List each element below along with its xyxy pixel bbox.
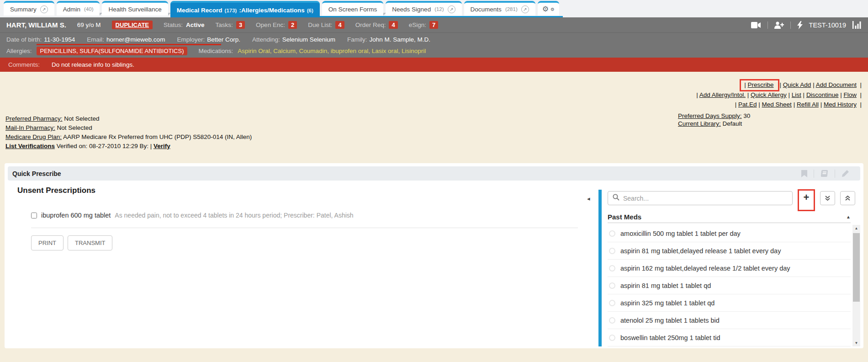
- due-list-stat: Due List: 4: [308, 21, 344, 29]
- flow-link[interactable]: Flow: [843, 91, 857, 98]
- med-search-box: [608, 191, 793, 205]
- print-button[interactable]: PRINT: [31, 235, 64, 250]
- actions-row-3: Pat.Ed Med Sheet Refill All Med History: [678, 100, 862, 109]
- actions-row-2: Add Allergy/Intol. Quick Allergy List Di…: [678, 90, 862, 100]
- current-library-link[interactable]: Current Library: [678, 120, 721, 127]
- tab-label: Needs Signed: [392, 6, 431, 13]
- annotation-highlight-plus: +: [798, 189, 815, 211]
- bookmark-icon[interactable]: [795, 170, 814, 178]
- esign-count-badge[interactable]: 7: [429, 21, 438, 29]
- duplicate-flag[interactable]: DUPLICATE: [112, 21, 153, 29]
- list-verifications-link[interactable]: List Verifications: [5, 143, 55, 149]
- collapse-panel-arrow-icon[interactable]: ◂: [585, 193, 593, 204]
- external-link-icon[interactable]: ↗: [448, 5, 455, 13]
- past-meds-section-header[interactable]: Past Meds ▲: [608, 211, 851, 223]
- medication-link[interactable]: ibuprofen oral: [331, 48, 372, 54]
- preferred-pharmacy-line: Preferred Pharmacy Not Selected: [5, 115, 252, 122]
- open-enc-count-badge[interactable]: 2: [288, 21, 297, 29]
- rx-checkbox[interactable]: [31, 213, 37, 218]
- medicare-drug-plan-link[interactable]: Medicare Drug Plan: [5, 133, 62, 140]
- refill-all-link[interactable]: Refill All: [797, 101, 819, 108]
- add-person-icon[interactable]: [774, 21, 784, 29]
- pat-ed-link[interactable]: Pat.Ed: [738, 101, 757, 108]
- add-document-link[interactable]: Add Document: [816, 81, 857, 88]
- med-search-input[interactable]: [623, 195, 788, 202]
- tab-health-surveillance[interactable]: Health Surveillance: [102, 1, 168, 16]
- search-icon: [613, 194, 619, 202]
- patient-header-band: HART, WILLIAM S. 69 y/o M DUPLICATE Stat…: [0, 17, 868, 58]
- list-link[interactable]: List: [792, 91, 801, 98]
- radio-circle-icon[interactable]: [609, 248, 615, 254]
- radio-circle-icon[interactable]: [609, 230, 615, 237]
- medication-link[interactable]: Coumadin: [299, 48, 331, 54]
- radio-circle-icon[interactable]: [609, 317, 615, 324]
- tab-documents[interactable]: Documents (281) ↗: [464, 1, 535, 16]
- radio-circle-icon[interactable]: [609, 335, 615, 341]
- employer-label: Employer:: [177, 36, 205, 43]
- medication-link[interactable]: Calcium: [273, 48, 299, 54]
- tab-admin[interactable]: Admin (40): [57, 1, 100, 16]
- list-item[interactable]: aspirin 325 mg tablet 1 tablet qd: [608, 294, 851, 312]
- prescribe-link[interactable]: Prescribe: [748, 81, 774, 88]
- scrollbar-thumb[interactable]: [853, 233, 860, 302]
- collapse-section-icon[interactable]: ▲: [846, 214, 851, 219]
- med-sheet-link[interactable]: Med Sheet: [762, 101, 792, 108]
- video-camera-icon[interactable]: [751, 22, 761, 28]
- order-req-count-badge[interactable]: 4: [389, 21, 397, 29]
- external-link-icon[interactable]: ↗: [40, 5, 48, 13]
- list-item[interactable]: aspirin 162 mg tablet,delayed release 1/…: [608, 260, 851, 277]
- preferred-pharmacy-link[interactable]: Preferred Pharmacy: [5, 115, 63, 122]
- list-item[interactable]: aspirin 81 mg tablet,delayed release 1 t…: [608, 242, 851, 260]
- verify-link[interactable]: Verify: [153, 143, 170, 149]
- medication-link[interactable]: Aspirin Oral: [238, 48, 273, 54]
- pencil-icon[interactable]: [835, 170, 856, 178]
- quick-allergy-link[interactable]: Quick Allergy: [751, 91, 787, 98]
- preferred-pharmacy-value: Not Selected: [63, 115, 100, 122]
- list-item[interactable]: atenolol 25 mg tablet 1 tablets bid: [608, 312, 851, 329]
- tab-medical-record[interactable]: Medical Record (173) :Allergies/Medicati…: [170, 1, 320, 17]
- discontinue-link[interactable]: Discontinue: [806, 91, 839, 98]
- list-scrollbar[interactable]: ▲ ▼: [852, 225, 860, 346]
- unsent-rx-row: ibuprofen 600 mg tablet As needed pain, …: [31, 212, 577, 219]
- scroll-up-icon[interactable]: ▲: [852, 225, 860, 232]
- allergy-badge[interactable]: PENICILLINS, SULFA(SULFONAMIDE ANTIBIOTI…: [37, 47, 188, 55]
- list-item[interactable]: aspirin 81 mg tablet 1 tablet qd: [608, 277, 851, 294]
- mail-in-pharmacy-link[interactable]: Mail-In Pharmacy: [5, 124, 55, 131]
- preferred-days-supply-link[interactable]: Preferred Days Supply: [678, 112, 742, 119]
- list-item[interactable]: boswellin tablet 250mg 1 tablet tid: [608, 329, 851, 346]
- tab-summary[interactable]: Summary ↗: [4, 1, 54, 16]
- esign-stat: eSign: 7: [409, 21, 439, 29]
- quick-add-link[interactable]: Quick Add: [783, 81, 811, 88]
- scroll-down-icon[interactable]: ▼: [852, 340, 860, 346]
- lightning-bolt-icon[interactable]: [797, 21, 803, 29]
- book-icon[interactable]: [814, 170, 835, 178]
- past-meds-title: Past Meds: [608, 213, 641, 221]
- tab-settings[interactable]: ⚙⚙: [538, 1, 559, 16]
- radio-circle-icon[interactable]: [609, 282, 615, 289]
- medication-link[interactable]: Lisinopril: [402, 48, 426, 54]
- esign-label: eSign:: [409, 21, 426, 28]
- radio-circle-icon[interactable]: [609, 265, 615, 272]
- list-item[interactable]: amoxicillin 500 mg tablet 1 tablet per d…: [608, 225, 851, 242]
- tab-needs-signed[interactable]: Needs Signed (12) ↗: [386, 1, 461, 16]
- tab-on-screen-forms[interactable]: On Screen Forms: [322, 1, 384, 16]
- rx-buttons: PRINT TRANSMIT: [31, 235, 112, 250]
- medication-links: Aspirin Oral Calcium Coumadin ibuprofen …: [238, 48, 426, 54]
- preferred-days-supply: Preferred Days Supply 30: [678, 112, 862, 120]
- mail-in-pharmacy-line: Mail-In Pharmacy Not Selected: [5, 124, 252, 132]
- email-value: horner@mieweb.com: [106, 36, 165, 43]
- add-med-button[interactable]: +: [801, 191, 812, 204]
- add-allergy-link[interactable]: Add Allergy/Intol.: [699, 91, 746, 98]
- bar-chart-icon[interactable]: [852, 21, 862, 29]
- pharmacy-info-block: Preferred Pharmacy Not Selected Mail-In …: [5, 115, 252, 151]
- medication-link[interactable]: Lasix oral: [372, 48, 402, 54]
- tab-label: Documents: [471, 6, 502, 13]
- tasks-count-badge[interactable]: 3: [236, 21, 245, 29]
- due-list-count-badge[interactable]: 4: [335, 21, 344, 29]
- expand-all-button[interactable]: [820, 191, 835, 205]
- med-history-link[interactable]: Med History: [824, 101, 857, 108]
- collapse-all-button[interactable]: [840, 191, 855, 205]
- external-link-icon[interactable]: ↗: [521, 5, 529, 13]
- transmit-button[interactable]: TRANSMIT: [68, 235, 112, 250]
- radio-circle-icon[interactable]: [609, 300, 615, 306]
